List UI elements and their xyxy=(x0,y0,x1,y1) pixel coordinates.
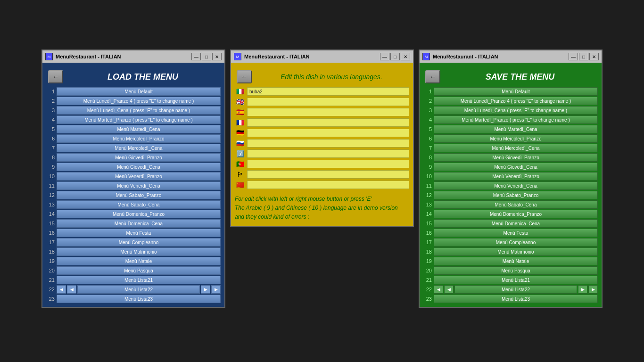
window-save-menu: M MenuRestaurant - ITALIAN — □ ✕ ← SAVE … xyxy=(419,49,603,308)
menu-item-button[interactable]: Menù Lunedì_Pranzo 4 ( press "E" to chan… xyxy=(434,97,598,105)
arrow-right2-btn[interactable]: ▶ xyxy=(211,285,221,294)
menu-item-button[interactable]: Menù Sabato_Cena xyxy=(57,200,221,209)
language-input-8[interactable] xyxy=(247,160,409,168)
menu-item-button[interactable]: Menù Sabato_Pranzo xyxy=(57,191,221,199)
menu-item-button[interactable]: Menù Giovedì_Cena xyxy=(57,163,221,171)
minimize-btn-3[interactable]: — xyxy=(569,53,578,60)
arrow-right-btn[interactable]: ▶ xyxy=(578,285,587,294)
row-number: 23 xyxy=(46,296,55,302)
back-button-1[interactable]: ← xyxy=(48,70,63,83)
menu-item-button[interactable]: Menù Sabato_Pranzo xyxy=(434,191,598,199)
menu-item-button[interactable]: Menù Domenica_Cena xyxy=(434,219,598,228)
menu-item-button[interactable]: Menù Lista21 xyxy=(434,276,598,284)
menu-item-button[interactable]: Menù Mercoledì_Pranzo xyxy=(57,134,221,143)
menu-item-button[interactable]: Menù Matrimonio xyxy=(57,247,221,256)
edit-dish-content: ← Edit this dish in various languages. 🇮… xyxy=(231,63,413,226)
menu-item-button[interactable]: Menù Domenica_Pranzo xyxy=(57,210,221,218)
menu-item-button[interactable]: Menù Lista22 xyxy=(77,285,200,294)
menu-item-button[interactable]: Menù Martedì_Pranzo ( press "E" to chang… xyxy=(434,115,598,124)
maximize-btn-1[interactable]: □ xyxy=(202,53,211,60)
info-line-3: and they could kind of errors ; xyxy=(235,213,409,222)
menu-item-button[interactable]: Menù Lunedì_Cena ( press "E" to change n… xyxy=(57,106,221,115)
arrow-left2-btn[interactable]: ◀ xyxy=(444,285,454,294)
menu-item-button[interactable]: Menù Lista23 xyxy=(434,295,598,303)
menu-row: 4Menù Martedì_Pranzo ( press "E" to chan… xyxy=(46,115,221,124)
language-flag: 🇬🇧 xyxy=(235,98,245,106)
menu-item-button[interactable]: Menù Lunedì_Cena ( press "E" to change n… xyxy=(434,106,598,115)
menu-item-button[interactable]: Menù Venerdì_Pranzo xyxy=(434,172,598,181)
menu-item-button[interactable]: Menù Mercoledì_Pranzo xyxy=(434,134,598,143)
arrow-left2-btn[interactable]: ◀ xyxy=(67,285,76,294)
desktop: M MenuRestaurant - ITALIAN — □ ✕ ← LOAD … xyxy=(0,0,644,362)
arrow-right-btn[interactable]: ▶ xyxy=(201,285,210,294)
language-input-10[interactable] xyxy=(247,181,409,189)
menu-item-button[interactable]: Menù Domenica_Pranzo xyxy=(434,210,598,218)
language-input-3[interactable] xyxy=(247,108,409,116)
menu-item-button[interactable]: Menù Giovedì_Pranzo xyxy=(434,153,598,162)
row-number: 6 xyxy=(46,136,55,141)
language-row: 🇵🇹 xyxy=(235,160,409,168)
back-button-2[interactable]: ← xyxy=(237,70,252,83)
menu-item-button[interactable]: Menù Matrimonio xyxy=(434,247,598,256)
back-button-3[interactable]: ← xyxy=(425,70,440,83)
language-input-9[interactable] xyxy=(247,170,409,179)
row-number: 3 xyxy=(423,107,432,113)
close-btn-2[interactable]: ✕ xyxy=(401,53,410,60)
menu-item-button[interactable]: Menù Venerdì_Cena xyxy=(434,181,598,190)
menu-item-button[interactable]: Menù Default xyxy=(434,87,598,96)
menu-item-button[interactable]: Menù Pasqua xyxy=(57,266,221,275)
menu-item-button[interactable]: Menù Lista21 xyxy=(57,276,221,284)
language-row: 🇫🇷 xyxy=(235,118,409,127)
menu-item-button[interactable]: Menù Lista23 xyxy=(57,295,221,303)
window-edit-dish: M MenuRestaurant - ITALIAN — □ ✕ ← Edit … xyxy=(230,49,414,227)
close-btn-1[interactable]: ✕ xyxy=(212,53,222,60)
menu-item-button[interactable]: Menù Mercoledì_Cena xyxy=(434,144,598,152)
menu-row: 5Menù Martedì_Cena xyxy=(423,125,598,133)
info-line-1: For edit click with left or right mouse … xyxy=(235,195,409,204)
menu-item-button[interactable]: Menù Giovedì_Cena xyxy=(434,163,598,171)
language-input-1[interactable] xyxy=(247,87,409,96)
maximize-btn-3[interactable]: □ xyxy=(579,53,588,60)
menu-item-button[interactable]: Menù Sabato_Cena xyxy=(434,200,598,209)
language-row: 🇨🇳 xyxy=(235,181,409,189)
arrow-left-btn[interactable]: ◀ xyxy=(57,285,66,294)
menu-item-button[interactable]: Menù Martedì_Cena xyxy=(57,125,221,133)
language-input-4[interactable] xyxy=(247,118,409,127)
menu-item-button[interactable]: Menù Venerdì_Pranzo xyxy=(57,172,221,181)
menu-item-button[interactable]: Menù Lista22 xyxy=(454,285,577,294)
menu-item-button[interactable]: Menù Lunedì_Pranzo 4 ( press "E" to chan… xyxy=(57,97,221,105)
load-menu-content: ← LOAD THE MENU 1Menù Default2Menù Luned… xyxy=(42,63,224,307)
menu-item-button[interactable]: Menù Mercoledì_Cena xyxy=(57,144,221,152)
maximize-btn-2[interactable]: □ xyxy=(390,53,400,60)
menu-item-button[interactable]: Menù Natale xyxy=(57,257,221,265)
menu-row: 7Menù Mercoledì_Cena xyxy=(423,144,598,152)
menu-item-button[interactable]: Menù Natale xyxy=(434,257,598,265)
language-input-6[interactable] xyxy=(247,139,409,148)
close-btn-3[interactable]: ✕ xyxy=(589,53,599,60)
menu-item-button[interactable]: Menù Venerdì_Cena xyxy=(57,181,221,190)
menu-item-button[interactable]: Menù Compleanno xyxy=(57,238,221,247)
menu-item-button[interactable]: Menù Domenica_Cena xyxy=(57,219,221,228)
menu-row: 7Menù Mercoledì_Cena xyxy=(46,144,221,152)
language-input-5[interactable] xyxy=(247,129,409,137)
menu-row: 8Menù Giovedì_Pranzo xyxy=(46,153,221,162)
menu-item-button[interactable]: Menù Martedì_Pranzo ( press "E" to chang… xyxy=(57,115,221,124)
arrow-right2-btn[interactable]: ▶ xyxy=(588,285,598,294)
menu-item-button[interactable]: Menù Festa xyxy=(57,229,221,237)
minimize-btn-1[interactable]: — xyxy=(191,53,201,60)
language-input-7[interactable] xyxy=(247,149,409,158)
menu-item-button[interactable]: Menù Festa xyxy=(434,229,598,237)
language-input-2[interactable] xyxy=(247,98,409,106)
menu-item-button[interactable]: Menù Giovedì_Pranzo xyxy=(57,153,221,162)
menu-item-button[interactable]: Menù Pasqua xyxy=(434,266,598,275)
menu-item-button[interactable]: Menù Martedì_Cena xyxy=(434,125,598,133)
menu-item-button[interactable]: Menù Compleanno xyxy=(434,238,598,247)
minimize-btn-2[interactable]: — xyxy=(380,53,389,60)
row-number: 11 xyxy=(46,183,55,189)
menu-item-button[interactable]: Menù Default xyxy=(57,87,221,96)
menu-row: 23Menù Lista23 xyxy=(423,295,598,303)
app-icon-3: M xyxy=(422,53,430,60)
menu-row: 6Menù Mercoledì_Pranzo xyxy=(46,134,221,143)
arrow-left-btn[interactable]: ◀ xyxy=(434,285,443,294)
row-number: 14 xyxy=(46,211,55,217)
